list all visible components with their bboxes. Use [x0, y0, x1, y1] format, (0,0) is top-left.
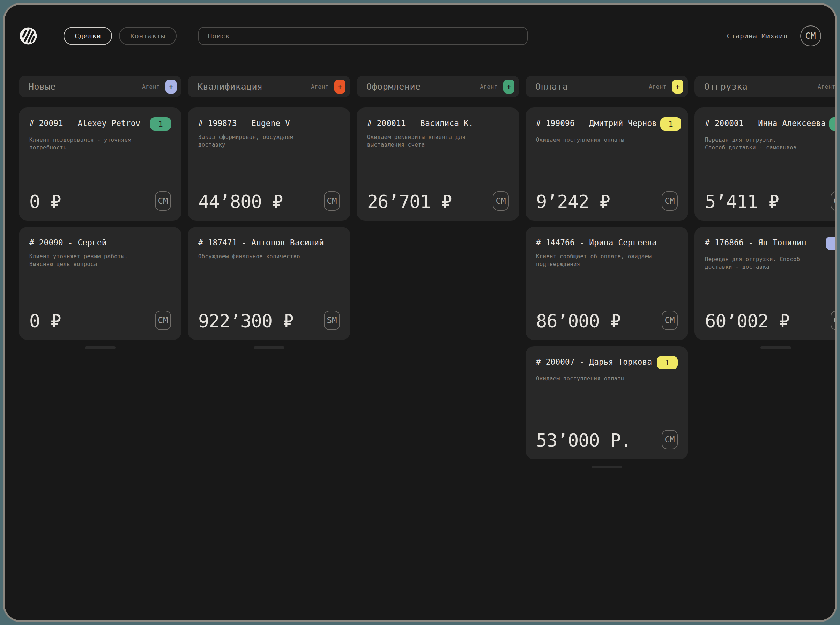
deal-count-badge: 1: [660, 117, 681, 131]
deal-title: # 200001 - Инна Алексеева: [705, 117, 826, 128]
deal-card-header: # 20091 - Alexey Petrov 1: [29, 117, 171, 131]
card-list: # 199096 - Дмитрий Чернов 1 Ожидаем пост…: [526, 107, 688, 459]
kanban-column: Оформление Агент + # 200011 - Василиса К…: [357, 76, 519, 221]
deal-title: # 20090 - Сергей: [29, 236, 107, 247]
deal-card-footer: 5’411 ₽ CM: [705, 191, 837, 211]
column-header: Новые Агент +: [19, 76, 182, 97]
column-title: Оплата: [535, 82, 649, 92]
deal-amount: 53’000 Р.: [536, 431, 631, 449]
deal-count-badge: [826, 236, 837, 250]
deal-title: # 144766 - Ирина Сергеева: [536, 236, 657, 247]
agent-label: Агент: [142, 83, 160, 90]
deal-card-footer: 86’000 ₽ CM: [536, 311, 678, 330]
deal-card[interactable]: # 176866 - Ян Топилин Передан для отгруз…: [694, 227, 837, 340]
column-header: Квалификация Агент +: [188, 76, 350, 97]
kanban-column: Отгрузка Агент + # 200001 - Инна Алексее…: [694, 76, 837, 349]
deal-card-header: # 20090 - Сергей: [29, 236, 171, 247]
deal-title: # 176866 - Ян Топилин: [705, 236, 806, 247]
card-list: # 20091 - Alexey Petrov 1 Клиент поздоро…: [19, 107, 182, 340]
deal-amount: 5’411 ₽: [705, 193, 779, 211]
owner-badge: CM: [662, 430, 678, 449]
main-tabs: Сделки Контакты: [64, 27, 177, 45]
column-title: Квалификация: [198, 82, 311, 92]
deal-card-header: # 199096 - Дмитрий Чернов 1: [536, 117, 678, 131]
add-agent-button[interactable]: +: [334, 79, 345, 93]
column-header: Оплата Агент +: [526, 76, 688, 97]
user-avatar[interactable]: CM: [800, 25, 821, 47]
deal-description: Передан для отгрузки. Способ доставки - …: [705, 255, 837, 271]
deal-card-header: # 200001 - Инна Алексеева: [705, 117, 837, 131]
tab-contacts[interactable]: Контакты: [119, 27, 176, 45]
owner-badge: CM: [662, 191, 678, 211]
deal-card[interactable]: # 187471 - Антонов Василий Обсуждаем фин…: [188, 227, 350, 340]
search-input[interactable]: [198, 27, 528, 45]
deal-card-footer: 60’002 ₽ CM: [705, 311, 837, 330]
deal-card[interactable]: # 20090 - Сергей Клиент уточняет режим р…: [19, 227, 182, 340]
deal-amount: 0 ₽: [29, 193, 61, 211]
kanban-column: Квалификация Агент + # 199873 - Eugene V…: [188, 76, 350, 349]
owner-badge: CM: [155, 311, 171, 330]
card-list: # 200011 - Василиса К. Ожидаем реквизиты…: [357, 107, 519, 221]
user-name: Старина Михаил: [727, 32, 788, 40]
column-scrollbar[interactable]: [591, 465, 622, 468]
deal-card-footer: 9’242 ₽ CM: [536, 191, 678, 211]
deal-card[interactable]: # 144766 - Ирина Сергеева Клиент сообщае…: [526, 227, 688, 340]
deal-card-footer: 0 ₽ CM: [29, 191, 171, 211]
app-logo: [19, 26, 38, 45]
deal-amount: 44’800 ₽: [198, 193, 283, 211]
deal-description: Заказ сформирован, обсуждаем доставку: [198, 133, 340, 149]
deal-card-header: # 200007 - Дарья Торкова 1: [536, 356, 678, 369]
deal-card-footer: 26’701 ₽ CM: [367, 191, 509, 211]
add-agent-button[interactable]: +: [165, 79, 177, 93]
deal-card-footer: 922’300 ₽ SM: [198, 311, 340, 330]
deal-amount: 9’242 ₽: [536, 193, 610, 211]
deal-card-header: # 200011 - Василиса К.: [367, 117, 509, 128]
agent-label: Агент: [311, 83, 329, 90]
deal-card[interactable]: # 199873 - Eugene V Заказ сформирован, о…: [188, 107, 350, 221]
deal-amount: 60’002 ₽: [705, 312, 789, 330]
deal-amount: 26’701 ₽: [367, 193, 451, 211]
column-title: Оформление: [366, 82, 480, 92]
deal-title: # 20091 - Alexey Petrov: [29, 117, 140, 128]
agent-label: Агент: [649, 83, 667, 90]
top-bar: Сделки Контакты Старина Михаил CM: [19, 26, 821, 45]
column-scrollbar[interactable]: [254, 346, 285, 349]
kanban-column: Новые Агент + # 20091 - Alexey Petrov 1 …: [19, 76, 182, 349]
column-scrollbar[interactable]: [761, 346, 791, 349]
deal-card[interactable]: # 200007 - Дарья Торкова 1 Ожидаем посту…: [526, 346, 688, 459]
deal-description: Клиент сообщает об оплате, ожидаем подтв…: [536, 253, 678, 268]
deal-card-footer: 53’000 Р. CM: [536, 430, 678, 449]
deal-description: Клиент уточняет режим работы. Выясняю це…: [29, 253, 171, 268]
column-header: Отгрузка Агент +: [694, 76, 837, 97]
owner-badge: CM: [831, 191, 837, 211]
claw-logo-icon: [19, 26, 38, 45]
owner-badge: CM: [155, 191, 171, 211]
owner-badge: CM: [493, 191, 509, 211]
deal-card[interactable]: # 20091 - Alexey Petrov 1 Клиент поздоро…: [19, 107, 182, 221]
tab-deals[interactable]: Сделки: [64, 27, 112, 45]
owner-badge: CM: [831, 311, 837, 330]
add-agent-button[interactable]: +: [672, 79, 683, 93]
column-scrollbar[interactable]: [85, 346, 115, 349]
deal-title: # 200007 - Дарья Торкова: [536, 356, 652, 367]
add-agent-button[interactable]: +: [503, 79, 514, 93]
deal-title: # 200011 - Василиса К.: [367, 117, 474, 128]
agent-label: Агент: [480, 83, 498, 90]
deal-title: # 187471 - Антонов Василий: [198, 236, 324, 247]
deal-description: Ожидаем поступления оплаты: [536, 375, 678, 382]
deal-description: Клиент поздоровался - уточняем потребнос…: [29, 136, 171, 151]
deal-description: Передан для отгрузки. Способ доставки - …: [705, 136, 837, 151]
deal-card[interactable]: # 199096 - Дмитрий Чернов 1 Ожидаем пост…: [526, 107, 688, 221]
deal-card-footer: 0 ₽ CM: [29, 311, 171, 330]
deal-card-header: # 176866 - Ян Топилин: [705, 236, 837, 250]
app-window: Сделки Контакты Старина Михаил CM Новые …: [3, 3, 837, 622]
deal-card[interactable]: # 200011 - Василиса К. Ожидаем реквизиты…: [357, 107, 519, 221]
column-title: Новые: [29, 82, 142, 92]
deal-title: # 199096 - Дмитрий Чернов: [536, 117, 657, 128]
deal-description: Ожидаем реквизиты клиента для выставлени…: [367, 133, 509, 149]
column-header: Оформление Агент +: [357, 76, 519, 97]
card-list: # 199873 - Eugene V Заказ сформирован, о…: [188, 107, 350, 340]
deal-card[interactable]: # 200001 - Инна Алексеева Передан для от…: [694, 107, 837, 221]
deal-amount: 922’300 ₽: [198, 312, 294, 330]
owner-badge: CM: [662, 311, 678, 330]
